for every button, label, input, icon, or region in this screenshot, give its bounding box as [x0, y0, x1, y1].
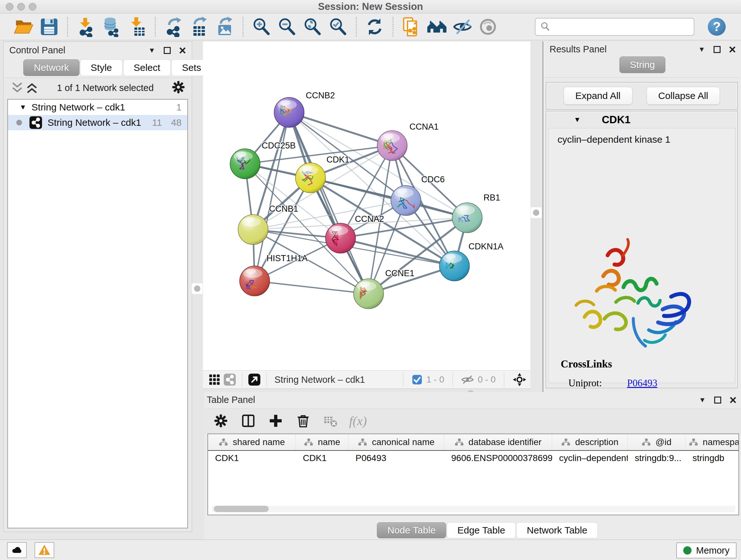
minimize-window-button[interactable]: [17, 3, 25, 10]
warnings-button[interactable]: [35, 542, 54, 558]
show-columns-icon[interactable]: [239, 412, 257, 430]
import-network-database-button[interactable]: [98, 14, 124, 39]
birds-eye-crosshair-icon[interactable]: [513, 373, 527, 387]
column-header-namespace[interactable]: namespace: [685, 434, 739, 450]
tab-edge-table[interactable]: Edge Table: [447, 522, 516, 538]
create-column-plus-icon[interactable]: [267, 412, 285, 430]
close-panel-icon[interactable]: ×: [729, 46, 736, 53]
collapse-panel-icon[interactable]: ▼: [699, 396, 706, 404]
crosslink-link[interactable]: P06493: [627, 377, 657, 389]
scrollbar-thumb[interactable]: [214, 506, 269, 512]
zoom-fit-button[interactable]: [300, 14, 325, 39]
import-table-file-button[interactable]: [124, 14, 150, 39]
network-node-CCNA1[interactable]: [377, 131, 407, 161]
float-panel-icon[interactable]: [714, 46, 721, 53]
selected-checkbox-icon[interactable]: [412, 374, 422, 385]
delete-column-trash-icon[interactable]: [294, 412, 312, 430]
table-cell[interactable]: CDK1: [208, 451, 296, 465]
import-table-icon: [127, 17, 147, 37]
float-panel-icon[interactable]: [164, 47, 171, 54]
detach-view-icon[interactable]: [247, 372, 262, 387]
expand-all-button[interactable]: Expand All: [563, 87, 632, 105]
zoom-in-button[interactable]: [249, 14, 274, 39]
collapse-panel-icon[interactable]: ▼: [148, 46, 155, 55]
right-splitter-handle[interactable]: [530, 207, 542, 219]
table-horizontal-scrollbar[interactable]: [212, 506, 735, 512]
table-cell[interactable]: cyclin–dependent ...: [552, 451, 628, 465]
share-view-icon[interactable]: [222, 372, 238, 387]
network-node-CDC6[interactable]: [391, 186, 421, 215]
export-network-button[interactable]: [161, 14, 186, 39]
network-view-title: String Network – cdk1: [274, 374, 365, 385]
column-header-database-identifier[interactable]: database identifier: [444, 434, 552, 450]
search-field[interactable]: [535, 18, 694, 36]
column-header-shared-name[interactable]: shared name: [208, 434, 296, 450]
tab-select[interactable]: Select: [123, 59, 171, 76]
network-row-selected[interactable]: String Network – cdk1 11 48: [8, 115, 187, 130]
hide-glass-eye-button[interactable]: [450, 14, 475, 39]
column-header-description[interactable]: description: [552, 434, 628, 450]
save-session-button[interactable]: [37, 14, 62, 39]
collapse-all-button[interactable]: Collapse All: [647, 87, 720, 105]
close-panel-icon[interactable]: ×: [179, 47, 186, 54]
network-node-HIST1H1A[interactable]: [240, 266, 270, 296]
network-node-CCNB1[interactable]: [238, 214, 268, 245]
network-canvas[interactable]: CCNB2CCNA1CDC25BCDK1CDC6RB1CCNB1CCNA2CDK…: [203, 42, 530, 370]
tab-style[interactable]: Style: [80, 59, 123, 76]
network-node-CDK1[interactable]: [295, 163, 326, 193]
protein-entry-panel: ▼ CDK1 cyclin–dependent kinase 1: [546, 111, 738, 388]
network-node-CCNB2[interactable]: [274, 98, 304, 127]
string-clone-network-button[interactable]: [399, 14, 424, 39]
help-button[interactable]: ?: [708, 18, 726, 36]
export-table-button[interactable]: [186, 14, 212, 39]
function-builder-icon[interactable]: f(x): [349, 414, 367, 428]
hidden-eye-icon[interactable]: [461, 375, 474, 384]
search-input[interactable]: [554, 22, 689, 32]
refresh-layout-button[interactable]: [362, 14, 387, 39]
column-header-canonical-name[interactable]: canonical name: [348, 434, 444, 450]
table-cell[interactable]: stringdb:9...: [628, 451, 685, 465]
node-table[interactable]: shared namenamecanonical namedatabase id…: [207, 434, 739, 515]
network-node-CCNE1[interactable]: [354, 279, 384, 309]
export-image-button[interactable]: [212, 14, 238, 39]
float-panel-icon[interactable]: [714, 396, 721, 403]
delete-table-icon[interactable]: [322, 412, 340, 430]
import-network-file-button[interactable]: [73, 14, 98, 39]
expand-all-chevron-icon[interactable]: [24, 81, 39, 94]
network-collection-row[interactable]: ▼ String Network – cdk1 1: [8, 100, 187, 115]
network-node-CDKN1A[interactable]: [440, 251, 469, 281]
tab-network-table[interactable]: Network Table: [516, 522, 598, 538]
column-header--id[interactable]: @id: [628, 434, 685, 450]
cloud-status-button[interactable]: [7, 542, 27, 558]
entry-expander-icon[interactable]: ▼: [574, 116, 581, 124]
zoom-window-button[interactable]: [29, 3, 37, 10]
memory-button[interactable]: Memory: [676, 543, 737, 558]
tab-network[interactable]: Network: [23, 59, 79, 76]
collection-expander-icon[interactable]: ▼: [19, 103, 26, 111]
network-options-gear-icon[interactable]: [172, 80, 185, 96]
table-cell[interactable]: CDK1: [296, 451, 348, 465]
zoom-out-button[interactable]: [274, 14, 300, 39]
column-header-name[interactable]: name: [296, 434, 348, 450]
table-row[interactable]: CDK1CDK1P064939606.ENSP00000378699cyclin…: [208, 451, 738, 465]
tab-node-table[interactable]: Node Table: [377, 522, 446, 538]
close-panel-icon[interactable]: ×: [730, 396, 737, 403]
table-cell[interactable]: P06493: [348, 451, 444, 465]
close-window-button[interactable]: [6, 3, 13, 10]
network-node-CCNA2[interactable]: [326, 223, 355, 253]
open-session-button[interactable]: [11, 14, 37, 39]
table-options-gear-icon[interactable]: [212, 412, 230, 430]
zoom-selected-button[interactable]: [325, 14, 351, 39]
string-home-button[interactable]: [424, 14, 450, 39]
network-node-RB1[interactable]: [452, 203, 482, 233]
collapse-panel-icon[interactable]: ▼: [698, 45, 705, 54]
table-cell[interactable]: stringdb: [685, 451, 739, 465]
network-node-CDC25B[interactable]: [230, 149, 260, 179]
tab-string[interactable]: String: [619, 57, 665, 73]
string-network-graph[interactable]: CCNB2CCNA1CDC25BCDK1CDC6RB1CCNB1CCNA2CDK…: [203, 42, 530, 370]
grid-view-icon[interactable]: [207, 372, 222, 387]
show-eye-button[interactable]: [475, 14, 501, 39]
collapse-all-chevron-icon[interactable]: [10, 81, 24, 94]
table-cell[interactable]: 9606.ENSP00000378699: [444, 451, 552, 465]
left-splitter-handle[interactable]: [192, 283, 203, 294]
